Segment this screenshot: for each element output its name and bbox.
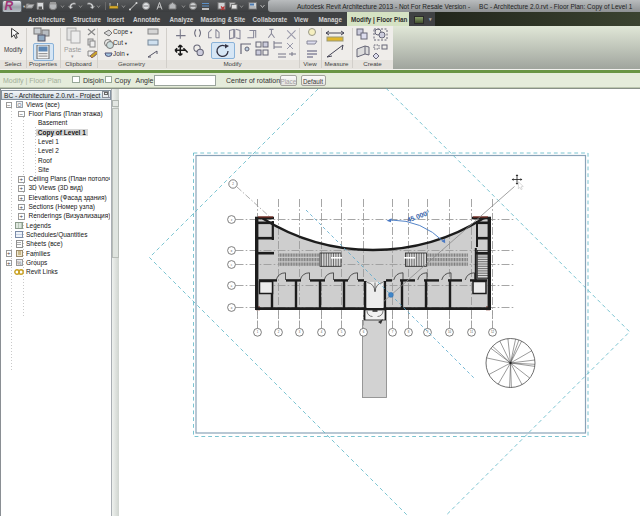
svg-text:10: 10 [448, 330, 452, 334]
svg-text:11: 11 [470, 330, 473, 334]
svg-text:12: 12 [491, 330, 495, 334]
